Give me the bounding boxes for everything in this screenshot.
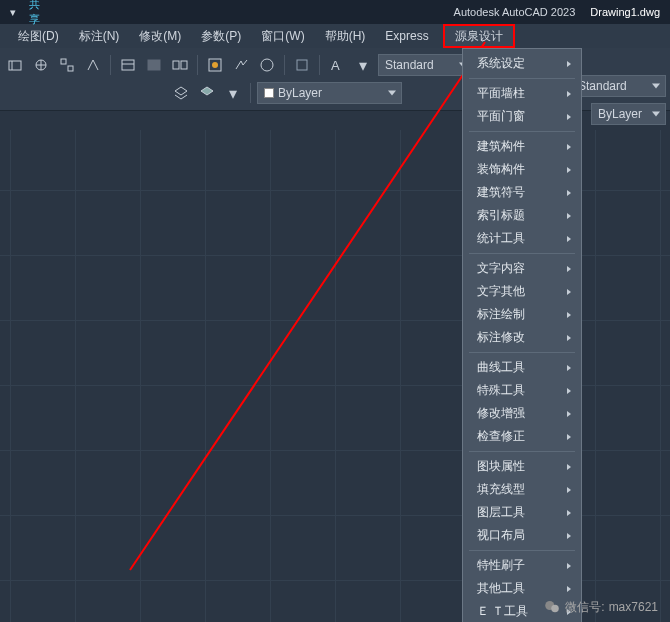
yuanquan-dropdown: 系统设定平面墙柱平面门窗建筑构件装饰构件建筑符号索引标题统计工具文字内容文字其他…: [462, 48, 582, 622]
menu-modify[interactable]: 修改(M): [129, 24, 191, 48]
layer-state-icon[interactable]: [196, 82, 218, 104]
dropdown-item[interactable]: 填充线型: [463, 478, 581, 501]
tool-icon[interactable]: [30, 54, 52, 76]
chevron-down-icon[interactable]: ▾: [352, 54, 374, 76]
submenu-arrow-icon: [567, 510, 571, 516]
watermark: 微信号: max7621: [543, 598, 658, 616]
text-style-icon[interactable]: A: [326, 54, 348, 76]
submenu-arrow-icon: [567, 167, 571, 173]
menu-draw[interactable]: 绘图(D): [8, 24, 69, 48]
submenu-arrow-icon: [567, 464, 571, 470]
qat-dropdown-icon[interactable]: ▾: [6, 5, 20, 19]
toolbar-ghost: Standard ByLayer: [567, 72, 670, 128]
file-name: Drawing1.dwg: [590, 6, 660, 18]
toolbar-divider: [319, 55, 320, 75]
watermark-id: max7621: [609, 600, 658, 614]
toolbar-divider: [197, 55, 198, 75]
svg-rect-7: [122, 60, 134, 70]
submenu-arrow-icon: [567, 144, 571, 150]
dropdown-item[interactable]: 装饰构件: [463, 158, 581, 181]
submenu-arrow-icon: [567, 365, 571, 371]
dropdown-item[interactable]: 平面门窗: [463, 105, 581, 128]
wechat-icon: [543, 598, 561, 616]
dropdown-item[interactable]: 索引标题: [463, 204, 581, 227]
svg-text:A: A: [331, 58, 340, 73]
submenu-arrow-icon: [567, 388, 571, 394]
menu-express[interactable]: Express: [375, 24, 438, 48]
dropdown-item[interactable]: 建筑符号: [463, 181, 581, 204]
dropdown-item[interactable]: 视口布局: [463, 524, 581, 547]
dropdown-separator: [469, 253, 575, 254]
tool-icon[interactable]: [143, 54, 165, 76]
submenu-arrow-icon: [567, 533, 571, 539]
dropdown-item[interactable]: 图层工具: [463, 501, 581, 524]
menu-window[interactable]: 窗口(W): [251, 24, 314, 48]
dropdown-item[interactable]: 曲线工具: [463, 356, 581, 379]
submenu-arrow-icon: [567, 190, 571, 196]
app-title: Autodesk AutoCAD 2023: [454, 6, 576, 18]
submenu-arrow-icon: [567, 213, 571, 219]
toolbar-divider: [250, 83, 251, 103]
dropdown-item[interactable]: 修改增强: [463, 402, 581, 425]
dropdown-separator: [469, 451, 575, 452]
svg-rect-11: [181, 61, 187, 69]
dropdown-item[interactable]: 特殊工具: [463, 379, 581, 402]
submenu-arrow-icon: [567, 411, 571, 417]
ghost-layer-combo[interactable]: ByLayer: [591, 103, 666, 125]
dropdown-item[interactable]: 图块属性: [463, 455, 581, 478]
tool-icon[interactable]: [230, 54, 252, 76]
dropdown-item[interactable]: 检查修正: [463, 425, 581, 448]
color-swatch-icon: [264, 88, 274, 98]
layer-icon[interactable]: [170, 82, 192, 104]
text-style-combo[interactable]: Standard: [378, 54, 473, 76]
menu-dimension[interactable]: 标注(N): [69, 24, 130, 48]
menu-parametric[interactable]: 参数(P): [191, 24, 251, 48]
dropdown-item[interactable]: 系统设定: [463, 52, 581, 75]
submenu-arrow-icon: [567, 114, 571, 120]
menu-yuanquan[interactable]: 源泉设计: [443, 24, 515, 48]
submenu-arrow-icon: [567, 487, 571, 493]
dropdown-item[interactable]: 文字内容: [463, 257, 581, 280]
submenu-arrow-icon: [567, 434, 571, 440]
tool-icon[interactable]: [291, 54, 313, 76]
menu-help[interactable]: 帮助(H): [315, 24, 376, 48]
tool-icon[interactable]: [56, 54, 78, 76]
tool-icon[interactable]: [169, 54, 191, 76]
tool-icon[interactable]: [117, 54, 139, 76]
dropdown-separator: [469, 78, 575, 79]
dropdown-item[interactable]: 平面墙柱: [463, 82, 581, 105]
dropdown-item[interactable]: 统计工具: [463, 227, 581, 250]
submenu-arrow-icon: [567, 236, 571, 242]
dropdown-item[interactable]: 其他工具: [463, 577, 581, 600]
tool-icon[interactable]: [4, 54, 26, 76]
ghost-style-combo[interactable]: Standard: [571, 75, 666, 97]
watermark-prefix: 微信号:: [565, 599, 604, 616]
submenu-arrow-icon: [567, 61, 571, 67]
submenu-arrow-icon: [567, 91, 571, 97]
svg-rect-10: [173, 61, 179, 69]
tool-icon[interactable]: [82, 54, 104, 76]
dropdown-item[interactable]: 标注绘制: [463, 303, 581, 326]
layer-color-combo[interactable]: ByLayer: [257, 82, 402, 104]
svg-point-24: [552, 605, 560, 613]
tool-icon[interactable]: [204, 54, 226, 76]
svg-point-13: [212, 62, 218, 68]
dropdown-item[interactable]: 文字其他: [463, 280, 581, 303]
tool-icon[interactable]: [256, 54, 278, 76]
svg-rect-15: [297, 60, 307, 70]
dropdown-item[interactable]: 特性刷子: [463, 554, 581, 577]
title-bar: ▾ 共享 Autodesk AutoCAD 2023 Drawing1.dwg: [0, 0, 670, 24]
chevron-down-icon[interactable]: ▾: [222, 82, 244, 104]
submenu-arrow-icon: [567, 335, 571, 341]
dropdown-separator: [469, 131, 575, 132]
dropdown-item[interactable]: 建筑构件: [463, 135, 581, 158]
share-button[interactable]: 共享: [26, 5, 40, 19]
svg-rect-0: [9, 61, 21, 70]
toolbar-divider: [110, 55, 111, 75]
svg-rect-6: [68, 66, 73, 71]
toolbar-divider: [284, 55, 285, 75]
dropdown-item[interactable]: 标注修改: [463, 326, 581, 349]
dropdown-separator: [469, 352, 575, 353]
dropdown-separator: [469, 550, 575, 551]
submenu-arrow-icon: [567, 266, 571, 272]
